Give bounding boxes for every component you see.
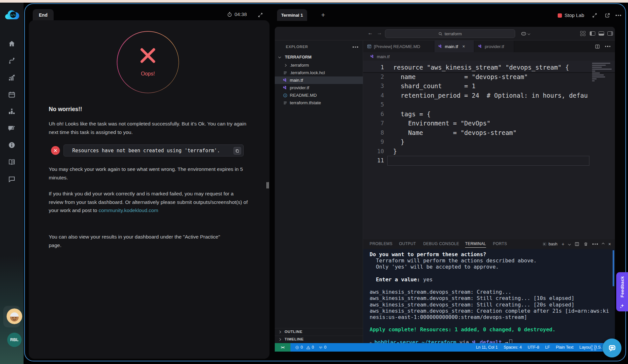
editor-more-icon[interactable] [605, 46, 611, 47]
code-line: 2 name = "devops-stream" [363, 72, 615, 82]
chevron-down-icon[interactable] [568, 243, 571, 245]
chevron-up-icon[interactable] [602, 243, 604, 245]
chevron-right-icon [278, 338, 281, 341]
file-item-lock-hcl[interactable]: .terraform.lock.hcl [275, 69, 363, 76]
minimap[interactable] [590, 62, 614, 81]
breadcrumb[interactable]: main.tf [363, 52, 615, 61]
result-note-1: You may check your work again to see wha… [49, 165, 250, 182]
code-line: 9 } [363, 137, 615, 147]
open-in-new-icon[interactable] [605, 13, 610, 18]
code-line: 8 Name = "devops-stream" [363, 128, 615, 138]
command-search-input[interactable]: terraform [385, 29, 515, 38]
split-editor-icon[interactable] [595, 44, 600, 49]
file-item-tfstate[interactable]: terraform.tfstate [275, 99, 363, 107]
error-row: ✕ Resources have not been created using … [49, 144, 245, 157]
kodekloud-logo[interactable]: </> [5, 9, 20, 22]
toggle-secondary-sidebar-icon[interactable] [607, 31, 613, 36]
error-count-icon [295, 345, 299, 350]
copilot-icon[interactable] [521, 31, 530, 37]
toggle-sidebar-icon[interactable] [590, 31, 595, 36]
copy-icon[interactable] [234, 147, 241, 155]
chat-widget-button[interactable] [602, 339, 621, 357]
code-line: 4 retention_period = 24 # Optional: in h… [363, 91, 615, 100]
outline-section[interactable]: OUTLINE [275, 328, 363, 336]
toggle-panel-icon[interactable] [599, 31, 604, 36]
failure-x-icon [140, 47, 156, 64]
chevron-right-icon [278, 331, 281, 333]
code-editor[interactable]: 1resource "aws_kinesis_stream" "devops_s… [363, 61, 615, 239]
terraform-file-icon [370, 55, 375, 59]
file-item-readme[interactable]: README.MD [275, 91, 363, 99]
status-eol[interactable]: LF [545, 345, 550, 350]
remote-indicator[interactable]: >< [275, 343, 290, 352]
add-tab-button[interactable]: + [319, 11, 327, 19]
status-bar: >< 0 0 0 Ln 11, Col 1 Spaces: 4 UTF-8 LF [275, 343, 615, 352]
sidebar-item-chat[interactable] [8, 175, 16, 183]
result-note-3: You can also view your results in your d… [49, 233, 232, 249]
feedback-button[interactable]: Feedback [616, 272, 628, 311]
layout-customize-icon[interactable] [580, 31, 585, 36]
status-language[interactable]: Plain Text [556, 345, 573, 350]
tab-debug-console[interactable]: DEBUG CONSOLE [423, 241, 459, 246]
file-item-dot-terraform[interactable]: .terraform [275, 61, 363, 69]
status-line-col[interactable]: Ln 11, Col 1 [476, 345, 497, 350]
tab-readme-preview[interactable]: [Preview] README.MD [363, 41, 434, 52]
keyboard-layout-grid-icon[interactable] [591, 345, 596, 351]
sidebar-item-docs[interactable] [8, 158, 16, 166]
expand-workspace-icon[interactable] [592, 13, 597, 18]
problems-indicator[interactable]: 0 0 [295, 345, 314, 350]
file-item-provider-tf[interactable]: provider.tf [275, 84, 363, 91]
nav-back-icon[interactable]: ← [368, 30, 373, 36]
sidebar-item-feedback-notes[interactable] [8, 124, 16, 132]
explorer-root-terraform[interactable]: TERRAFORM [275, 54, 363, 61]
shell-selector[interactable]: bash [542, 242, 557, 246]
split-terminal-icon[interactable] [575, 242, 579, 246]
status-encoding[interactable]: UTF-8 [528, 345, 539, 350]
expand-task-panel-icon[interactable] [258, 12, 263, 18]
status-spaces[interactable]: Spaces: 4 [504, 345, 522, 350]
terminal-line: Do you want to perform these actions? [370, 251, 615, 257]
timeline-section[interactable]: TIMELINE [275, 336, 363, 343]
explorer-more-icon[interactable] [353, 46, 358, 48]
kill-terminal-icon[interactable] [584, 242, 588, 246]
close-panel-icon[interactable]: × [608, 242, 611, 246]
radio-tower-icon [319, 345, 323, 350]
code-line: 10} [363, 147, 615, 156]
sidebar-item-leaderboard[interactable] [8, 108, 16, 115]
tab-terminal-1[interactable]: Terminal 1 [277, 9, 307, 21]
rbl-badge[interactable]: RBL [7, 333, 22, 347]
terminal-line [370, 320, 615, 326]
user-avatar[interactable] [7, 308, 22, 324]
workspace-more-icon[interactable] [616, 15, 621, 16]
panel-more-icon[interactable] [592, 243, 598, 245]
community-link[interactable]: community.kodekloud.com [99, 207, 158, 213]
nav-forward-icon[interactable]: → [377, 30, 382, 36]
tab-output[interactable]: OUTPUT [399, 241, 416, 246]
tab-ports[interactable]: PORTS [493, 241, 507, 246]
chat-bubble-icon [607, 343, 617, 353]
terminal-line: nesis:us-east-1:000000000000:stream/devo… [370, 314, 615, 320]
tab-problems[interactable]: PROBLEMS [370, 241, 392, 246]
sidebar-item-home[interactable] [8, 40, 16, 48]
new-terminal-icon[interactable]: + [562, 242, 564, 246]
file-lines-icon [283, 100, 288, 106]
tab-main-tf[interactable]: main.tf × [434, 41, 474, 52]
tab-provider-tf[interactable]: provider.tf [474, 41, 514, 52]
ports-indicator[interactable]: 0 [319, 345, 326, 350]
sidebar-item-learning-path[interactable] [8, 57, 16, 65]
sidebar-item-progress[interactable] [8, 74, 16, 82]
close-tab-icon[interactable]: × [462, 44, 465, 49]
terminal-line: Only 'yes' will be accepted to approve. [370, 264, 615, 270]
oops-status-circle: Oops! [117, 31, 179, 93]
terraform-file-icon [283, 85, 288, 91]
terminal-scrollbar[interactable] [613, 250, 614, 286]
file-item-main-tf[interactable]: main.tf [275, 76, 363, 84]
tab-end[interactable]: End [33, 9, 54, 21]
tab-terminal[interactable]: TERMINAL [465, 241, 486, 248]
terminal-line: Terraform will perform the actions descr… [370, 257, 615, 264]
terminal-output[interactable]: Do you want to perform these actions? Te… [363, 249, 615, 343]
stop-lab-button[interactable]: Stop Lab [565, 12, 584, 18]
sidebar-item-info[interactable] [8, 141, 16, 149]
sidebar-item-schedule[interactable] [8, 91, 16, 99]
panel-resize-handle[interactable] [267, 182, 270, 189]
